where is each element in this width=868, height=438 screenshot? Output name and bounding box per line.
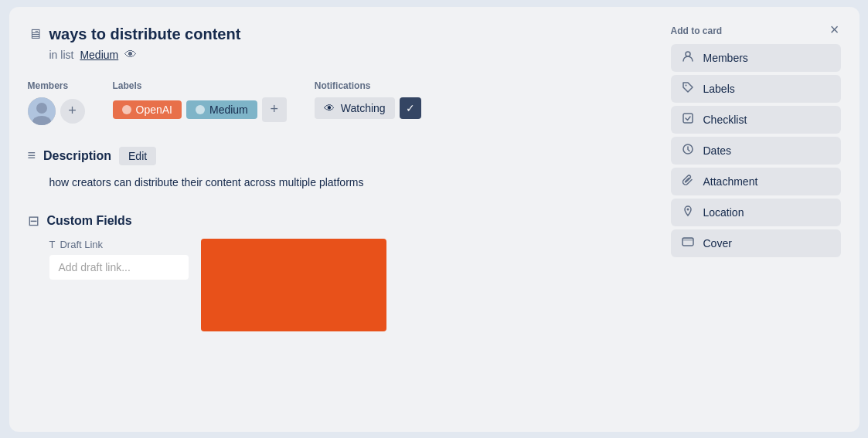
- sidebar-attachment-button[interactable]: Attachment: [671, 168, 841, 195]
- main-content: 🖥 ways to distribute content in list Med…: [28, 25, 671, 413]
- sidebar-cover-label: Cover: [703, 237, 732, 250]
- sidebar-location-label: Location: [703, 206, 744, 219]
- members-label: Members: [28, 80, 85, 91]
- custom-fields-section: ⊟ Custom Fields T Draft Link Add draft l…: [28, 212, 655, 331]
- card-modal: × 🖥 ways to distribute content in list M…: [9, 7, 859, 432]
- in-list-text: in list: [49, 49, 74, 61]
- sidebar-attachment-label: Attachment: [703, 175, 758, 188]
- custom-fields-icon: ⊟: [28, 212, 39, 229]
- draft-link-preview[interactable]: [201, 239, 386, 331]
- description-text: how creators can distribute their conten…: [49, 175, 655, 191]
- sidebar-checklist-button[interactable]: Checklist: [671, 106, 841, 134]
- sidebar-labels-label: Labels: [703, 83, 735, 95]
- svg-point-7: [686, 208, 689, 210]
- dates-icon: [680, 143, 696, 158]
- close-button[interactable]: ×: [822, 18, 847, 42]
- watching-eye-icon: 👁: [324, 102, 335, 114]
- label-dot-medium: [196, 105, 205, 114]
- svg-rect-5: [683, 114, 693, 123]
- sidebar-location-button[interactable]: Location: [671, 199, 841, 226]
- card-title-icon: 🖥: [28, 26, 42, 42]
- svg-point-4: [685, 84, 686, 86]
- members-icon: [680, 50, 696, 66]
- labels-items: OpenAI Medium +: [113, 97, 287, 122]
- labels-icon: [680, 81, 696, 97]
- notifications-group: Notifications 👁 Watching ✓: [315, 80, 421, 119]
- add-label-button[interactable]: +: [262, 97, 287, 122]
- member-avatar[interactable]: [28, 97, 56, 125]
- add-member-button[interactable]: +: [60, 99, 85, 124]
- cover-icon: [680, 236, 696, 251]
- sidebar-checklist-label: Checklist: [703, 114, 747, 126]
- card-header: 🖥 ways to distribute content: [28, 25, 655, 43]
- custom-field-row: T Draft Link Add draft link...: [49, 239, 655, 331]
- sidebar-dates-label: Dates: [703, 144, 732, 157]
- card-list-info: in list Medium 👁: [49, 48, 655, 62]
- watching-button[interactable]: 👁 Watching: [315, 97, 395, 119]
- description-edit-button[interactable]: Edit: [119, 147, 156, 165]
- draft-link-input[interactable]: Add draft link...: [49, 255, 189, 280]
- sidebar-cover-button[interactable]: Cover: [671, 229, 841, 257]
- draft-link-label: T Draft Link: [49, 239, 189, 250]
- svg-point-1: [36, 103, 47, 114]
- label-text-openai: OpenAI: [136, 104, 172, 116]
- sidebar-labels-button[interactable]: Labels: [671, 75, 841, 103]
- labels-group: Labels OpenAI Medium +: [113, 80, 287, 122]
- attachment-icon: [680, 174, 696, 189]
- location-icon: [680, 205, 696, 220]
- description-title: Description: [43, 149, 111, 163]
- add-to-card-label: Add to card: [671, 25, 841, 36]
- svg-rect-9: [682, 238, 693, 241]
- notifications-items: 👁 Watching ✓: [315, 97, 421, 119]
- members-items: +: [28, 97, 85, 125]
- draft-link-label-text: Draft Link: [60, 239, 103, 250]
- members-group: Members +: [28, 80, 85, 125]
- sidebar: Add to card Members Labels: [671, 25, 841, 413]
- draft-link-field: T Draft Link Add draft link...: [49, 239, 189, 280]
- sidebar-members-label: Members: [703, 52, 748, 64]
- label-chip-openai[interactable]: OpenAI: [113, 100, 182, 119]
- custom-fields-header: ⊟ Custom Fields: [28, 212, 655, 229]
- watch-icon: 👁: [124, 48, 137, 62]
- meta-section: Members + Labels: [28, 80, 655, 125]
- card-title: ways to distribute content: [49, 25, 241, 43]
- checklist-icon: [680, 112, 696, 127]
- labels-label: Labels: [113, 80, 287, 91]
- label-chip-medium[interactable]: Medium: [186, 100, 257, 119]
- notifications-label: Notifications: [315, 80, 421, 91]
- list-link[interactable]: Medium: [80, 49, 118, 61]
- watching-text: Watching: [341, 102, 386, 114]
- description-icon: ≡: [28, 148, 36, 164]
- sidebar-dates-button[interactable]: Dates: [671, 137, 841, 165]
- text-icon: T: [49, 239, 56, 250]
- svg-point-3: [686, 52, 690, 56]
- description-header: ≡ Description Edit: [28, 147, 655, 165]
- watching-check-button[interactable]: ✓: [400, 97, 421, 119]
- label-text-medium: Medium: [209, 104, 248, 116]
- custom-fields-title: Custom Fields: [47, 214, 132, 228]
- sidebar-members-button[interactable]: Members: [671, 44, 841, 72]
- label-dot-openai: [122, 105, 131, 114]
